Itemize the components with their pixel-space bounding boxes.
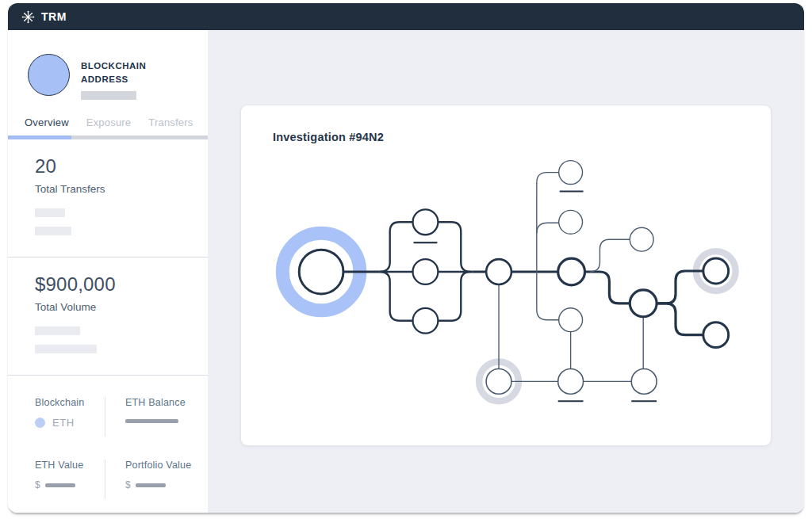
address-avatar bbox=[28, 54, 70, 96]
asset-details: Blockchain ETH ETH Balance ETH Value bbox=[8, 376, 208, 499]
total-volume-stat: $900,000 Total Volume bbox=[8, 258, 208, 353]
placeholder-bar bbox=[35, 208, 65, 217]
tab-exposure[interactable]: Exposure bbox=[86, 116, 132, 128]
tab-overview[interactable]: Overview bbox=[25, 116, 69, 128]
graph-edge bbox=[537, 223, 559, 233]
total-transfers-value: 20 bbox=[35, 155, 188, 177]
portfolio-value-redacted-bar bbox=[136, 483, 166, 487]
graph-node-lower-right-leaf[interactable] bbox=[703, 322, 729, 348]
portfolio-value-label: Portfolio Value bbox=[125, 460, 191, 471]
graph-edge bbox=[537, 173, 559, 272]
graph-node-branch-top[interactable] bbox=[413, 209, 439, 235]
top-navbar: TRM bbox=[8, 3, 804, 30]
investigation-graph bbox=[241, 105, 771, 445]
graph-node-relay[interactable] bbox=[486, 259, 511, 284]
graph-node-branch-mid[interactable] bbox=[413, 259, 439, 284]
eth-value-cell: ETH Value $ bbox=[35, 460, 105, 499]
graph-node-hub-right[interactable] bbox=[630, 290, 657, 317]
main-area: Investigation #94N2 bbox=[208, 30, 804, 513]
graph-node-target-ringed[interactable] bbox=[703, 258, 729, 284]
graph-node-upper-right-leaf[interactable] bbox=[630, 227, 653, 251]
graph-edge bbox=[438, 222, 473, 272]
tab-transfers[interactable]: Transfers bbox=[148, 116, 193, 128]
graph-edge bbox=[438, 272, 470, 321]
eth-balance-label: ETH Balance bbox=[125, 397, 186, 408]
placeholder-bar bbox=[35, 227, 71, 235]
address-profile: BLOCKCHAIN ADDRESS bbox=[8, 30, 208, 100]
entity-type-label: BLOCKCHAIN ADDRESS bbox=[81, 59, 163, 86]
placeholder-bar bbox=[35, 326, 80, 335]
sidebar-tabs: Overview Exposure Transfers bbox=[8, 116, 208, 128]
blockchain-label: Blockchain bbox=[35, 397, 105, 408]
graph-node-branch-bottom[interactable] bbox=[413, 308, 439, 334]
eth-value-redacted-bar bbox=[45, 483, 75, 487]
eth-value-label: ETH Value bbox=[35, 460, 105, 471]
total-transfers-stat: 20 Total Transfers bbox=[8, 139, 208, 235]
investigation-card: Investigation #94N2 bbox=[240, 105, 772, 446]
graph-node-top-leaf-1[interactable] bbox=[559, 161, 583, 185]
graph-node-bottom-ringed[interactable] bbox=[486, 368, 511, 394]
graph-edge bbox=[380, 272, 413, 321]
address-placeholder-bar bbox=[81, 91, 136, 100]
sidebar: BLOCKCHAIN ADDRESS Overview Exposure Tra… bbox=[8, 30, 208, 513]
graph-edge bbox=[380, 222, 413, 272]
eth-chain-dot-icon bbox=[35, 418, 45, 428]
graph-node-source[interactable] bbox=[299, 250, 343, 294]
graph-node-bottom-mid[interactable] bbox=[558, 368, 584, 394]
total-transfers-label: Total Transfers bbox=[35, 183, 188, 195]
total-volume-label: Total Volume bbox=[35, 301, 188, 313]
active-tab-indicator bbox=[8, 135, 71, 139]
currency-symbol: $ bbox=[35, 479, 40, 490]
graph-edge bbox=[590, 239, 630, 272]
app-window: TRM BLOCKCHAIN ADDRESS Overview Exposure… bbox=[8, 3, 804, 513]
trm-logo[interactable]: TRM bbox=[21, 10, 67, 24]
graph-edge bbox=[537, 272, 559, 320]
total-volume-value: $900,000 bbox=[35, 273, 188, 296]
currency-symbol: $ bbox=[125, 479, 131, 490]
tab-track bbox=[8, 135, 208, 139]
eth-balance-cell: ETH Balance bbox=[125, 397, 186, 437]
blockchain-cell: Blockchain ETH bbox=[35, 397, 105, 437]
graph-node-mid-leaf[interactable] bbox=[559, 308, 583, 332]
trm-starburst-icon bbox=[21, 10, 35, 24]
brand-name: TRM bbox=[41, 10, 67, 23]
graph-node-top-leaf-2[interactable] bbox=[559, 210, 583, 234]
blockchain-value: ETH bbox=[52, 417, 75, 429]
graph-node-hub-left[interactable] bbox=[558, 258, 585, 285]
placeholder-bar bbox=[35, 345, 97, 353]
graph-node-bottom-right[interactable] bbox=[631, 368, 657, 394]
portfolio-value-cell: Portfolio Value $ bbox=[125, 460, 191, 499]
eth-balance-redacted-bar bbox=[125, 419, 178, 423]
